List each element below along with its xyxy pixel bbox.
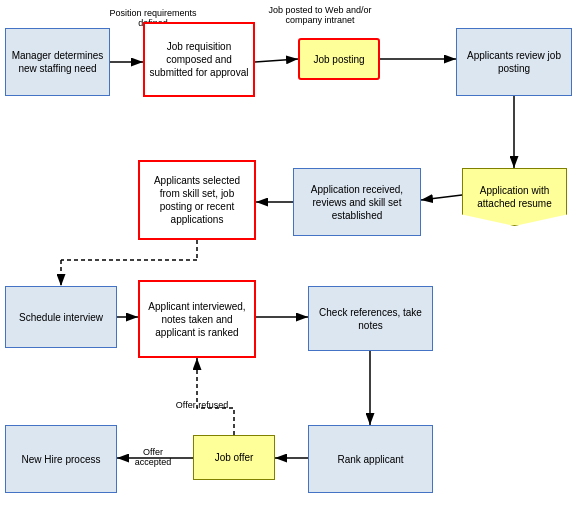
box-job-posting: Job posting (298, 38, 380, 80)
box-requisition: Job requisition composed and submitted f… (143, 22, 255, 97)
box-manager: Manager determines new staffing need (5, 28, 110, 96)
box-application-resume: Application with attached resume (462, 168, 567, 226)
svg-line-6 (421, 195, 462, 200)
box-applicant-interviewed: Applicant interviewed, notes taken and a… (138, 280, 256, 358)
label-job-posted: Job posted to Web and/orcompany intranet (265, 5, 375, 25)
label-offer-accepted: Offeraccepted (118, 447, 188, 467)
box-rank-applicant: Rank applicant (308, 425, 433, 493)
box-job-offer: Job offer (193, 435, 275, 480)
box-applicants-review: Applicants review job posting (456, 28, 572, 96)
box-application-received: Application received, reviews and skill … (293, 168, 421, 236)
diagram: Position requirementsdefined Job posted … (0, 0, 577, 509)
box-applicants-selected: Applicants selected from skill set, job … (138, 160, 256, 240)
box-check-references: Check references, take notes (308, 286, 433, 351)
box-schedule-interview: Schedule interview (5, 286, 117, 348)
svg-line-3 (255, 59, 298, 62)
label-offer-refused: Offer refused (162, 400, 242, 410)
box-new-hire: New Hire process (5, 425, 117, 493)
